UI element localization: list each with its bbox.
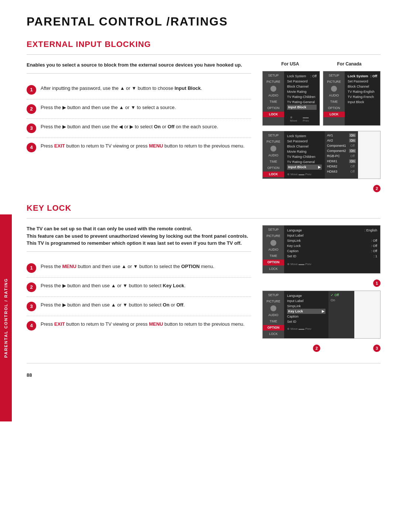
tv-sub-values: AV1On AV2On Component1Off Component2On R… [325, 131, 358, 179]
tv-menu-audio: AUDIO [263, 93, 284, 98]
step-kl-text-2: Press the ▶ button and then use ▲ or ▼ b… [41, 282, 185, 289]
step-kl-text-3: Press the ▶ button and then use ▲ or ▼ b… [41, 301, 185, 309]
tv-content-canada: Lock System: Off Set Password Block Chan… [345, 71, 380, 125]
tv-menu-time: TIME [263, 99, 284, 105]
tv-sub-option: OPTION [263, 165, 284, 171]
menu-movie-rating: Movie Rating [287, 89, 317, 94]
step-text-3: Press the ▶ button and then use the ◀ or… [41, 123, 218, 131]
badge-row-1: 1 [262, 278, 381, 287]
sub-block-ch: Block Channel [287, 144, 322, 149]
tv-menu-lock: LOCK [263, 112, 284, 117]
step-text-4: Press EXIT button to return to TV viewin… [41, 142, 245, 150]
divider-bottom [27, 363, 381, 363]
key-lock-right: SETUP PICTURE AUDIO TIME OPTION LOCK Lan… [262, 225, 381, 352]
tv-kl-picture: PICTURE [263, 299, 284, 304]
tv-kl-lock: LOCK [263, 331, 284, 337]
badge-row-external: 2 [262, 183, 381, 192]
tv-icon-audio [270, 86, 276, 92]
tv-option-sidebar: SETUP PICTURE AUDIO TIME OPTION LOCK [263, 226, 284, 273]
menu-tv-french: TV Rating-French [348, 94, 377, 99]
sub-comp1: Component1Off [327, 143, 356, 148]
step-num-4: 4 [27, 143, 36, 152]
tv-kl-audio: AUDIO [263, 312, 284, 318]
badge-kl-2: 2 [313, 345, 320, 352]
header-usa: For USA [281, 61, 299, 67]
kl-on-option: On [331, 298, 352, 303]
tv-menu-picture-ca: PICTURE [323, 79, 345, 85]
tv-menu-option: OPTION [263, 105, 284, 111]
sub-hdmi2: HDMI2Off [327, 164, 356, 169]
opt-caption: Caption: Off [287, 248, 377, 254]
sub-tv-ch: TV Rating-Children [287, 154, 322, 159]
tv-sub-lock: LOCK [263, 172, 284, 177]
tv-sidebar-usa: SETUP PICTURE AUDIO TIME OPTION LOCK [263, 71, 284, 125]
step-kl-text-4: Press EXIT button to return to TV viewin… [41, 321, 245, 328]
step-num-2: 2 [27, 104, 36, 114]
tv-screenshot-keylock-sub: SETUP PICTURE AUDIO TIME OPTION LOCK Lan… [262, 291, 381, 339]
step-kl-num-1: 1 [27, 263, 36, 273]
menu-tv-general: TV Rating-General [287, 99, 317, 105]
menu-lock-system-ca: Lock System: Off [348, 74, 377, 79]
sub-hdmi3: HDMI3Off [327, 169, 356, 174]
step-keylock-4: 4 Press EXIT button to return to TV view… [27, 316, 251, 335]
tv-sub-picture: PICTURE [263, 139, 284, 145]
tv-kl-icon [270, 305, 276, 311]
sub-input-block: Input Block ▶ [287, 165, 322, 170]
sub-lock-system: Lock System [287, 133, 322, 139]
step-external-4: 4 Press EXIT button to return to TV view… [27, 138, 251, 157]
tv-sub-time: TIME [263, 159, 284, 165]
step-keylock-1: 1 Press the MENU button and then use ▲ o… [27, 258, 251, 278]
opt-input-label: Input Label [287, 233, 377, 238]
sub-rgbpc: RGB-PCOff [327, 153, 356, 159]
badge-kl-3: 3 [373, 345, 381, 352]
tv-opt-option: OPTION [263, 260, 284, 265]
tv-kl-sidebar: SETUP PICTURE AUDIO TIME OPTION LOCK [263, 291, 284, 338]
tv-content-usa: Lock System: Off Set Password Block Chan… [284, 71, 320, 125]
menu-tv-children: TV Rating-Children [287, 94, 317, 99]
tv-kl-option: OPTION [263, 325, 284, 331]
tv-menu-lock-ca: LOCK [323, 112, 345, 117]
external-input-left: Enables you to select a source to block … [27, 61, 251, 192]
badge-1: 1 [373, 279, 381, 287]
kl-key-lock: Key Lock ▶ [287, 309, 325, 314]
sub-hdmi1: HDMI1On [327, 159, 356, 164]
key-lock-intro: The TV can be set up so that it can only… [27, 225, 251, 247]
header-canada: For Canada [337, 61, 361, 67]
divider-2 [27, 73, 251, 74]
key-lock-section: The TV can be set up so that it can only… [27, 225, 381, 352]
sub-comp2: Component2On [327, 148, 356, 153]
step-text-2: Press the ▶ button and then use the ▲ or… [41, 104, 176, 111]
divider-3 [27, 218, 381, 218]
kl-simplink: SimpLink [287, 304, 325, 309]
tv-sub-icon [270, 146, 276, 152]
screenshot-row-top: SETUP PICTURE AUDIO TIME OPTION LOCK Loc… [262, 71, 381, 126]
external-steps: 1 After inputting the password, use the … [27, 80, 251, 157]
sub-tv-gen: TV Rating-General [287, 159, 322, 165]
tv-footer-usa: ⊕ Move▬▬ Prev [287, 115, 317, 123]
step-kl-num-4: 4 [27, 321, 36, 331]
page-sidebar: PARENTAL CONTROL / RATING [0, 214, 12, 421]
opt-simplink: SimpLink: Off [287, 238, 377, 243]
step-num-1: 1 [27, 85, 36, 95]
step-keylock-2: 2 Press the ▶ button and then use ▲ or ▼… [27, 278, 251, 297]
opt-set-id: Set ID: 1 [287, 254, 377, 259]
tv-menu-setup: SETUP [263, 73, 284, 78]
tv-menu-picture: PICTURE [263, 79, 284, 85]
tv-menu-setup-ca: SETUP [323, 73, 345, 78]
tv-opt-setup: SETUP [263, 227, 284, 233]
step-external-3: 3 Press the ▶ button and then use the ◀ … [27, 119, 251, 138]
step-keylock-3: 3 Press the ▶ button and then use ▲ or ▼… [27, 297, 251, 316]
menu-set-pass-ca: Set Password [348, 79, 377, 84]
tv-opt-time: TIME [263, 253, 284, 259]
badge-2: 2 [373, 185, 381, 192]
tv-opt-icon [270, 240, 276, 246]
key-lock-left: The TV can be set up so that it can only… [27, 225, 251, 352]
opt-key-lock: Key Lock: Off [287, 243, 377, 248]
main-content: PARENTAL CONTROL /RATINGS EXTERNAL INPUT… [12, 0, 399, 393]
tv-opt-picture: PICTURE [263, 233, 284, 239]
tv-screenshot-option: SETUP PICTURE AUDIO TIME OPTION LOCK Lan… [262, 225, 381, 273]
kl-input-label: Input Label [287, 298, 325, 304]
tv-icon-audio-ca [331, 86, 337, 92]
kl-language: Language [287, 293, 325, 298]
tv-kl-sub: ✓ Off On [328, 291, 354, 338]
